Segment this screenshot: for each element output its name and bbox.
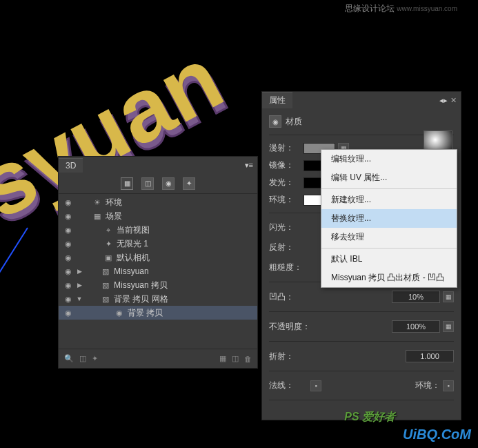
refraction-value[interactable]: 1.000 xyxy=(406,350,454,362)
item-label: 背景 拷贝 xyxy=(128,307,163,319)
panel-props-tabbar: 属性 ◂▸✕ xyxy=(262,92,461,108)
visibility-eye-icon[interactable]: ◉ xyxy=(61,240,75,249)
menu-separator xyxy=(321,248,457,249)
panel-menu-button[interactable]: ▾≡ xyxy=(241,161,257,170)
view-icon: ⌖ xyxy=(103,226,114,235)
mesh-icon: ▧ xyxy=(100,267,111,276)
label-reflection: 反射： xyxy=(269,242,310,253)
label-opacity: 不透明度： xyxy=(269,321,310,333)
tree-row[interactable]: ◉☀环境 xyxy=(59,195,257,209)
texture-picker-icon[interactable]: ▦ xyxy=(443,321,454,332)
site-url: www.missyuan.com xyxy=(397,5,457,12)
visibility-eye-icon[interactable]: ◉ xyxy=(61,295,75,304)
item-label: 无限光 1 xyxy=(117,238,148,250)
expand-arrow-icon[interactable]: ▶ xyxy=(75,282,83,289)
render-icon[interactable]: ▦ xyxy=(219,354,226,363)
ctx-replace-texture[interactable]: 替换纹理... xyxy=(321,209,457,228)
ctx-edit-texture[interactable]: 编辑纹理... xyxy=(321,150,457,168)
light-icon: ✦ xyxy=(103,240,114,249)
folder-icon[interactable]: ▪ xyxy=(310,380,321,391)
folder-icon[interactable]: ▪ xyxy=(443,380,454,391)
prop-opacity: 不透明度： 100%▦ xyxy=(269,316,454,337)
watermark-ps: PS 爱好者 xyxy=(344,410,395,425)
panel-3d-filterbar: ▦ ◫ ◉ ✦ xyxy=(59,173,257,194)
visibility-eye-icon[interactable]: ◉ xyxy=(61,253,75,262)
filter-material-icon[interactable]: ◉ xyxy=(162,177,175,190)
search-icon[interactable]: 🔍 xyxy=(64,354,74,363)
expand-arrow-icon[interactable]: ▶ xyxy=(75,268,83,275)
label-refraction: 折射： xyxy=(269,351,310,362)
label-specular: 镜像： xyxy=(269,159,301,171)
menu-separator xyxy=(321,188,457,189)
expand-arrow-icon[interactable]: ▼ xyxy=(75,295,83,302)
label-environment: 环境： xyxy=(415,380,440,391)
delete-icon[interactable]: 🗑 xyxy=(244,355,252,363)
tree-row[interactable]: ◉▶▧Missyuan 拷贝 xyxy=(59,278,257,292)
section-material: ◉ 材质 xyxy=(269,113,454,130)
material-icon: ◉ xyxy=(114,309,125,318)
site-name: 思缘设计论坛 xyxy=(345,3,395,13)
ctx-default-ibl[interactable]: 默认 IBL xyxy=(321,250,457,269)
visibility-eye-icon[interactable]: ◉ xyxy=(61,281,75,290)
item-label: 环境 xyxy=(106,197,122,208)
panel-3d-tabbar: 3D ▾≡ xyxy=(59,157,257,173)
item-label: Missyuan 拷贝 xyxy=(114,280,168,291)
bump-value[interactable]: 10% xyxy=(392,291,440,303)
scene-tree: ◉☀环境 ◉▦场景 ◉⌖当前视图 ◉✦无限光 1 ◉▣默认相机 ◉▶▧Missy… xyxy=(59,194,257,349)
filter-mesh-icon[interactable]: ◫ xyxy=(141,177,154,190)
camera-icon: ▣ xyxy=(103,253,114,262)
watermark-domain: UiBQ.CoM xyxy=(403,427,471,442)
visibility-eye-icon[interactable]: ◉ xyxy=(61,198,75,207)
label-roughness: 粗糙度： xyxy=(269,262,310,273)
texture-picker-icon[interactable]: ▦ xyxy=(443,291,454,302)
label-normal: 法线： xyxy=(269,380,310,391)
tree-row[interactable]: ◉▦场景 xyxy=(59,209,257,223)
panel-menu-button[interactable]: ◂▸✕ xyxy=(435,96,461,105)
visibility-eye-icon[interactable]: ◉ xyxy=(61,309,75,318)
tree-row[interactable]: ◉▶▧Missyuan xyxy=(59,264,257,278)
label-shine: 闪光： xyxy=(269,222,310,233)
mesh-icon: ▧ xyxy=(100,281,111,290)
light-add-icon[interactable]: ✦ xyxy=(92,354,98,363)
filter-scene-icon[interactable]: ▦ xyxy=(121,177,133,190)
light-icon: ☀ xyxy=(92,198,103,207)
material-section-icon: ◉ xyxy=(269,115,281,128)
prop-bump: 凹凸： 10%▦ xyxy=(269,286,454,307)
ctx-material-bump[interactable]: Missyuan 拷贝 凸出材质 - 凹凸 xyxy=(321,269,457,287)
visibility-eye-icon[interactable]: ◉ xyxy=(61,226,75,235)
visibility-eye-icon[interactable]: ◉ xyxy=(61,212,75,221)
ctx-remove-texture[interactable]: 移去纹理 xyxy=(321,228,457,246)
label-bump: 凹凸： xyxy=(269,291,310,303)
tree-row[interactable]: ◉▼▧背景 拷贝 网格 xyxy=(59,292,257,306)
visibility-eye-icon[interactable]: ◉ xyxy=(61,267,75,276)
header-branding: 思缘设计论坛 www.missyuan.com xyxy=(345,3,457,14)
tab-3d[interactable]: 3D xyxy=(59,158,83,173)
prop-normal-env: 法线： ▪ 环境： ▪ xyxy=(269,376,454,396)
tree-row[interactable]: ◉⌖当前视图 xyxy=(59,223,257,237)
label-illumination: 发光： xyxy=(269,177,301,188)
item-label: 场景 xyxy=(106,211,122,222)
item-label: 默认相机 xyxy=(117,252,150,264)
tree-row[interactable]: ◉◉背景 拷贝 xyxy=(59,306,257,320)
panel-3d-footer: 🔍 ◫ ✦ ▦ ◫ 🗑 xyxy=(59,349,257,368)
item-label: 当前视图 xyxy=(117,224,150,236)
section-label: 材质 xyxy=(286,116,302,128)
opacity-value[interactable]: 100% xyxy=(392,320,440,333)
item-label: Missyuan xyxy=(114,266,149,276)
context-menu: 编辑纹理... 编辑 UV 属性... 新建纹理... 替换纹理... 移去纹理… xyxy=(321,149,457,288)
item-label: 背景 拷贝 网格 xyxy=(114,293,168,305)
ctx-edit-uv[interactable]: 编辑 UV 属性... xyxy=(321,168,457,187)
add-icon[interactable]: ◫ xyxy=(79,354,86,363)
label-diffuse: 漫射： xyxy=(269,142,301,154)
mesh-icon: ▧ xyxy=(100,295,111,304)
new-icon[interactable]: ◫ xyxy=(232,354,239,363)
tree-row[interactable]: ◉▣默认相机 xyxy=(59,251,257,264)
label-ambient: 环境： xyxy=(269,194,301,206)
tree-row[interactable]: ◉✦无限光 1 xyxy=(59,237,257,251)
tab-properties[interactable]: 属性 xyxy=(262,92,292,108)
ctx-new-texture[interactable]: 新建纹理... xyxy=(321,191,457,209)
filter-light-icon[interactable]: ✦ xyxy=(183,177,195,190)
prop-refraction: 折射： 1.000 xyxy=(269,346,454,367)
panel-3d: 3D ▾≡ ▦ ◫ ◉ ✦ ◉☀环境 ◉▦场景 ◉⌖当前视图 ◉✦无限光 1 ◉… xyxy=(58,156,258,369)
close-icon: ✕ xyxy=(450,96,457,105)
